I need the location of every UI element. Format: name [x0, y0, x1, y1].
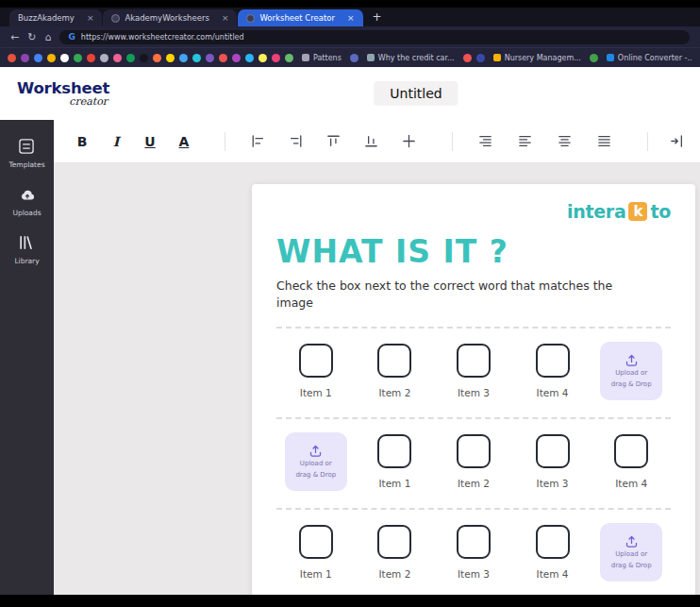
text-align-right-button[interactable]: [477, 133, 493, 149]
align-left-button[interactable]: [250, 133, 266, 149]
checkbox[interactable]: [299, 344, 333, 378]
align-top-button[interactable]: [325, 133, 342, 149]
bookmark-favicon[interactable]: [232, 54, 241, 62]
sidebar-item-templates[interactable]: Templates: [8, 137, 44, 169]
bookmark-link[interactable]: Nursery Managem...: [493, 54, 581, 62]
align-top-icon: [325, 133, 342, 149]
checkbox[interactable]: [377, 434, 411, 468]
bookmark-favicon[interactable]: [285, 54, 293, 62]
bookmark-favicon[interactable]: [179, 54, 188, 62]
bookmark-favicon[interactable]: [8, 54, 16, 62]
checkbox[interactable]: [377, 525, 411, 559]
item-cell: Item 4: [592, 434, 671, 489]
font-color-button[interactable]: A: [177, 134, 191, 149]
bookmark-favicon[interactable]: [100, 54, 108, 62]
bookmark-favicon[interactable]: [192, 54, 201, 62]
item-label: Item 3: [458, 387, 490, 398]
brand-text: intera: [567, 201, 625, 222]
app-body: Templates Uploads Library: [0, 120, 700, 595]
upload-cell: Upload or drag & Drop: [276, 432, 356, 491]
align-right-button[interactable]: [288, 133, 304, 149]
tab-label: AkademyWorksheers: [125, 13, 208, 23]
bookmark-favicon[interactable]: [590, 54, 598, 62]
sidebar: Templates Uploads Library: [0, 120, 54, 595]
bookmark-favicon[interactable]: [74, 54, 82, 62]
bookmark-favicon[interactable]: [21, 54, 29, 62]
text-align-justify-button[interactable]: [596, 133, 612, 149]
back-icon[interactable]: ←: [10, 32, 19, 42]
bookmarks-bar: PattensWhy the credit car...Nursery Mana…: [0, 47, 700, 67]
upload-dropzone[interactable]: Upload or drag & Drop: [600, 523, 662, 582]
item-cell: Item 1: [276, 525, 356, 580]
checkbox[interactable]: [536, 434, 570, 468]
bookmark-favicon[interactable]: [350, 54, 358, 62]
bold-button[interactable]: B: [75, 134, 89, 149]
text-align-center-icon: [557, 133, 573, 149]
italic-button[interactable]: I: [109, 134, 123, 149]
worksheet-row: Item 1 Item 2 Item 3: [276, 327, 671, 417]
item-cell: Item 3: [434, 344, 513, 398]
close-icon[interactable]: ×: [87, 13, 94, 23]
indent-button[interactable]: [669, 133, 685, 149]
bookmark-favicon[interactable]: [258, 54, 267, 62]
bookmark-favicon[interactable]: [219, 54, 227, 62]
sidebar-item-uploads[interactable]: Uploads: [12, 185, 41, 217]
worksheet-page: intera k to WHAT IS IT ? Check the box n…: [252, 184, 695, 595]
bookmark-favicon[interactable]: [153, 54, 161, 62]
upload-label: drag & Drop: [611, 562, 652, 570]
home-icon[interactable]: ⌂: [44, 32, 51, 42]
bookmark-favicon[interactable]: [272, 54, 280, 62]
bookmark-label: Pattens: [313, 54, 342, 62]
close-icon[interactable]: ×: [347, 13, 355, 23]
bookmark-favicon[interactable]: [206, 54, 214, 62]
tab-label: Worksheet Creator: [259, 13, 335, 23]
bookmark-favicon[interactable]: [47, 54, 56, 62]
item-cell: Item 4: [513, 344, 592, 398]
new-tab-button[interactable]: +: [373, 10, 382, 26]
upload-dropzone[interactable]: Upload or drag & Drop: [600, 342, 662, 400]
bookmark-favicon[interactable]: [126, 54, 135, 62]
address-bar[interactable]: G https://www.worksheetcreator.com/untit…: [59, 30, 690, 44]
worksheet-row: Item 1 Item 2 Item 3: [276, 508, 671, 595]
document-title[interactable]: Untitled: [374, 81, 458, 106]
checkbox[interactable]: [377, 344, 411, 378]
text-align-center-button[interactable]: [557, 133, 573, 149]
checkbox[interactable]: [614, 434, 648, 468]
bookmark-favicon[interactable]: [87, 54, 95, 62]
align-bottom-button[interactable]: [363, 133, 379, 149]
tab-worksheet-creator[interactable]: Worksheet Creator ×: [238, 9, 362, 26]
text-align-left-button[interactable]: [517, 133, 533, 149]
upload-dropzone[interactable]: Upload or drag & Drop: [285, 432, 347, 491]
bookmark-link[interactable]: Online Converter -...: [607, 54, 692, 62]
bookmark-favicon[interactable]: [166, 54, 175, 62]
bookmark-favicon[interactable]: [60, 54, 69, 62]
checkbox[interactable]: [457, 344, 491, 378]
bookmark-favicon[interactable]: [113, 54, 122, 62]
bookmark-favicon[interactable]: [463, 54, 472, 62]
sidebar-item-label: Uploads: [12, 209, 41, 217]
bookmark-link[interactable]: Pattens: [302, 54, 342, 62]
text-align-justify-icon: [596, 133, 612, 149]
bookmark-favicon[interactable]: [34, 54, 42, 62]
tab-buzzakademy[interactable]: BuzzAkademy ×: [9, 9, 102, 26]
tab-akademyworksheers[interactable]: AkademyWorksheers ×: [103, 9, 237, 26]
bookmark-label: Why the credit car...: [378, 54, 455, 62]
checkbox[interactable]: [457, 525, 491, 559]
checkbox[interactable]: [536, 344, 570, 378]
editor-canvas[interactable]: intera k to WHAT IS IT ? Check the box n…: [54, 163, 700, 595]
close-icon[interactable]: ×: [222, 13, 229, 23]
bookmark-favicon[interactable]: [140, 54, 148, 62]
checkbox[interactable]: [299, 525, 333, 559]
bookmark-favicon[interactable]: [476, 54, 485, 62]
checkbox[interactable]: [457, 434, 491, 468]
item-label: Item 1: [300, 387, 332, 398]
bookmark-link[interactable]: Why the credit car...: [367, 54, 455, 62]
checkbox[interactable]: [536, 525, 570, 559]
browser-toolbar: ← ↻ ⌂ G https://www.worksheetcreator.com…: [0, 26, 700, 47]
sidebar-item-library[interactable]: Library: [14, 233, 39, 265]
reload-icon[interactable]: ↻: [27, 32, 36, 42]
underline-button[interactable]: U: [143, 134, 157, 149]
bookmark-favicon[interactable]: [245, 54, 254, 62]
google-icon: G: [68, 32, 75, 42]
align-center-button[interactable]: [401, 133, 417, 149]
